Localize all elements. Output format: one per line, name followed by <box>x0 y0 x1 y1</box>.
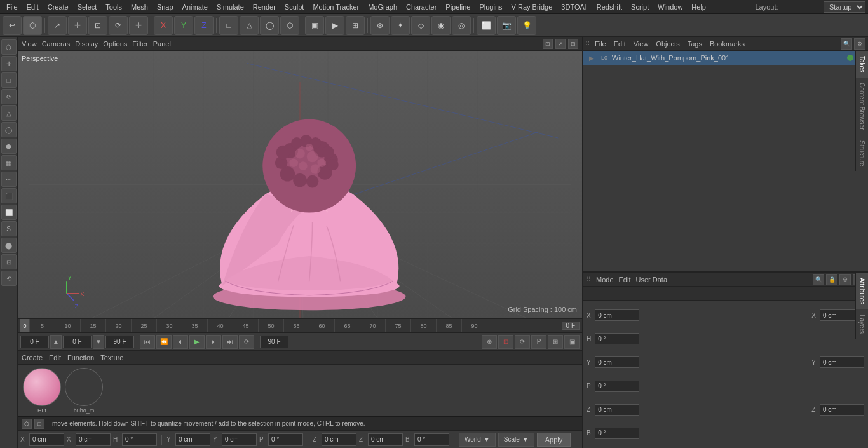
render-view-btn[interactable]: ▣ <box>305 16 324 35</box>
status-icon-1[interactable]: ⬡ <box>22 419 32 429</box>
prev-10-btn[interactable]: ⏴ <box>173 335 188 349</box>
menu-simulate[interactable]: Simulate <box>213 2 248 12</box>
left-btn-1[interactable]: ⬡ <box>1 39 17 55</box>
left-btn-14[interactable]: ⊡ <box>1 254 17 269</box>
menu-animate[interactable]: Animate <box>179 2 212 12</box>
timeline-45[interactable]: 45 <box>233 319 258 332</box>
menu-select[interactable]: Select <box>74 2 101 12</box>
attr-h-input[interactable] <box>595 333 639 344</box>
attr-settings-btn[interactable]: ⚙ <box>839 274 851 285</box>
menu-3dtoall[interactable]: 3DTOAll <box>557 2 591 12</box>
vp-menu-cameras[interactable]: Cameras <box>42 40 71 48</box>
obj-menu-view[interactable]: View <box>631 40 651 48</box>
z-input[interactable] <box>322 433 356 446</box>
viewport[interactable]: Perspective <box>18 51 582 318</box>
attr-menu-edit[interactable]: Edit <box>619 276 631 283</box>
scale-dropdown[interactable]: Scale ▼ <box>498 433 534 447</box>
y2-input[interactable] <box>222 433 257 446</box>
current-frame-display[interactable]: 0 F <box>562 322 580 330</box>
camera-record-btn[interactable]: 📷 <box>497 16 516 35</box>
material-ball-hut[interactable] <box>23 368 61 406</box>
next-frame-btn[interactable]: ⏭ <box>222 335 238 349</box>
obj-menu-tags[interactable]: Tags <box>685 40 705 48</box>
b-input[interactable] <box>414 433 449 446</box>
timeline-ruler[interactable]: 0 5 10 15 20 25 30 35 40 45 50 55 60 65 … <box>18 318 582 332</box>
timeline-30[interactable]: 30 <box>156 319 182 332</box>
vertex-btn[interactable]: ⬡ <box>280 16 299 35</box>
menu-create[interactable]: Create <box>44 2 72 12</box>
y-axis-btn[interactable]: Y <box>174 16 193 35</box>
timeline-15[interactable]: 15 <box>80 319 105 332</box>
x-axis-btn[interactable]: X <box>154 16 173 35</box>
left-btn-8[interactable]: ▦ <box>1 155 17 170</box>
timeline-10[interactable]: 10 <box>55 319 80 332</box>
menu-render[interactable]: Render <box>249 2 280 12</box>
obj-menu-file[interactable]: File <box>592 40 609 48</box>
timeline-70[interactable]: 70 <box>360 319 385 332</box>
attr-menu-userdata[interactable]: User Data <box>636 276 668 283</box>
menu-edit[interactable]: Edit <box>23 2 43 12</box>
menu-character[interactable]: Character <box>402 2 440 12</box>
left-btn-3[interactable]: □ <box>1 72 17 88</box>
x-input[interactable] <box>29 433 64 446</box>
menu-mesh[interactable]: Mesh <box>127 2 152 12</box>
world-dropdown[interactable]: World ▼ <box>459 433 496 447</box>
h-input[interactable] <box>122 433 157 446</box>
timeline-75[interactable]: 75 <box>385 319 410 332</box>
obj-settings-btn[interactable]: ⚙ <box>854 38 865 50</box>
vtab-layers[interactable]: Layers <box>855 309 868 339</box>
redo-button[interactable]: ⬡ <box>23 16 42 35</box>
menu-file[interactable]: File <box>3 2 22 12</box>
obj-menu-objects[interactable]: Objects <box>653 40 682 48</box>
frame-end2-input[interactable] <box>260 336 288 348</box>
y-input[interactable] <box>175 433 210 446</box>
obj-menu-edit[interactable]: Edit <box>611 40 628 48</box>
timeline-25[interactable]: 25 <box>131 319 156 332</box>
render-queue-btn[interactable]: ⬜ <box>477 16 496 35</box>
timeline-90[interactable]: 90 <box>461 319 487 332</box>
apply-button[interactable]: Apply <box>537 433 571 447</box>
polygon-btn[interactable]: △ <box>240 16 259 35</box>
timeline-55[interactable]: 55 <box>283 319 309 332</box>
menu-pipeline[interactable]: Pipeline <box>442 2 474 12</box>
mat-menu-texture[interactable]: Texture <box>100 354 123 362</box>
next-10-btn[interactable]: ⏵ <box>206 335 221 349</box>
timeline-20[interactable]: 20 <box>105 319 131 332</box>
render-settings-btn[interactable]: ⊞ <box>346 16 365 35</box>
go-start-btn[interactable]: ⏮ <box>140 335 155 349</box>
p-input[interactable] <box>268 433 303 446</box>
menu-tools[interactable]: Tools <box>102 2 126 12</box>
left-btn-7[interactable]: ⬢ <box>1 139 17 154</box>
obj-row-hat[interactable]: ▶ L0 Winter_Hat_With_Pompom_Pink_001 <box>583 51 868 65</box>
auto-key-btn[interactable]: ⟳ <box>515 335 530 349</box>
timeline-85[interactable]: 85 <box>436 319 461 332</box>
play-btn[interactable]: ▶ <box>189 335 205 349</box>
timeline-40[interactable]: 40 <box>207 319 233 332</box>
timeline-50[interactable]: 50 <box>258 319 283 332</box>
menu-sculpt[interactable]: Sculpt <box>281 2 308 12</box>
frame-prev-input-btn[interactable]: ▲ <box>50 335 62 349</box>
timeline-frame-zero[interactable]: 0 <box>20 319 29 332</box>
timeline-65[interactable]: 65 <box>334 319 360 332</box>
z-axis-btn[interactable]: Z <box>194 16 214 35</box>
frame-current-input[interactable] <box>63 336 92 348</box>
camera-btn[interactable]: ◇ <box>411 16 430 35</box>
undo-button[interactable]: ↩ <box>3 16 22 35</box>
floor-btn[interactable]: ◉ <box>431 16 451 35</box>
menu-snap[interactable]: Snap <box>153 2 177 12</box>
scale-btn[interactable]: ⊡ <box>88 16 107 35</box>
material-hut[interactable]: Hut <box>23 368 61 414</box>
pos-btn[interactable]: P <box>531 335 546 349</box>
scale-pb-btn[interactable]: ⊞ <box>548 335 563 349</box>
prev-frame-btn[interactable]: ⏪ <box>156 335 172 349</box>
left-btn-11[interactable]: ⬜ <box>1 205 17 220</box>
left-btn-10[interactable]: ⬛ <box>1 188 17 203</box>
vp-menu-panel[interactable]: Panel <box>153 40 171 48</box>
select-mode-btn[interactable]: ↗ <box>48 16 67 35</box>
menu-help[interactable]: Help <box>688 2 710 12</box>
obj-dot1[interactable] <box>847 55 853 61</box>
move-btn[interactable]: ✛ <box>68 16 87 35</box>
menu-plugins[interactable]: Plugins <box>475 2 506 12</box>
attr-p-input[interactable] <box>595 381 639 392</box>
vp-menu-filter[interactable]: Filter <box>132 40 147 48</box>
